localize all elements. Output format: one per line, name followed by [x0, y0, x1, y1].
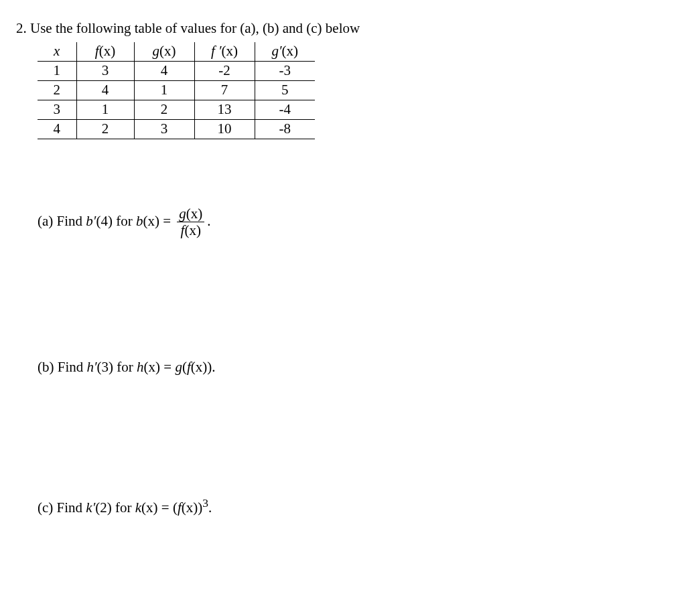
part-b-text: (b) Find h′(3) for h(x) = g(f(x)). — [38, 359, 216, 375]
cell-fpx: 7 — [194, 81, 255, 100]
cell-x: 3 — [38, 100, 76, 120]
col-header-fx: f(x) — [76, 42, 134, 62]
subpart-c: (c) Find k′(2) for k(x) = (f(x))3. — [38, 496, 670, 516]
cell-gpx: 5 — [255, 81, 315, 100]
problem-intro: 2. Use the following table of values for… — [16, 20, 670, 37]
col-header-gpx: g′(x) — [255, 42, 315, 62]
fraction: g(x) f(x) — [177, 206, 204, 238]
table-row: 4 2 3 10 -8 — [38, 120, 315, 139]
cell-gx: 3 — [134, 120, 194, 139]
cell-x: 2 — [38, 81, 76, 100]
col-header-x: x — [38, 42, 76, 62]
cell-gpx: -3 — [255, 62, 315, 81]
part-a-text: (a) Find b′(4) for b(x) = g(x) f(x) . — [38, 213, 211, 229]
values-table: x f(x) g(x) f ′(x) g′(x) 1 3 4 -2 -3 2 4… — [38, 42, 315, 139]
cell-fx: 1 — [76, 100, 134, 120]
subpart-a: (a) Find b′(4) for b(x) = g(x) f(x) . — [38, 206, 670, 238]
cell-fpx: 10 — [194, 120, 255, 139]
table-row: 1 3 4 -2 -3 — [38, 62, 315, 81]
cell-gpx: -4 — [255, 100, 315, 120]
table-header-row: x f(x) g(x) f ′(x) g′(x) — [38, 42, 315, 62]
col-header-fpx: f ′(x) — [194, 42, 255, 62]
cell-fpx: -2 — [194, 62, 255, 81]
col-header-gx: g(x) — [134, 42, 194, 62]
cell-fx: 4 — [76, 81, 134, 100]
cell-x: 4 — [38, 120, 76, 139]
cell-gx: 4 — [134, 62, 194, 81]
cell-fpx: 13 — [194, 100, 255, 120]
cell-fx: 2 — [76, 120, 134, 139]
cell-gx: 2 — [134, 100, 194, 120]
cell-gpx: -8 — [255, 120, 315, 139]
table-row: 2 4 1 7 5 — [38, 81, 315, 100]
part-c-text: (c) Find k′(2) for k(x) = (f(x))3. — [38, 499, 212, 516]
cell-fx: 3 — [76, 62, 134, 81]
cell-x: 1 — [38, 62, 76, 81]
table-row: 3 1 2 13 -4 — [38, 100, 315, 120]
values-table-wrap: x f(x) g(x) f ′(x) g′(x) 1 3 4 -2 -3 2 4… — [38, 42, 670, 139]
subpart-b: (b) Find h′(3) for h(x) = g(f(x)). — [38, 359, 670, 376]
cell-gx: 1 — [134, 81, 194, 100]
